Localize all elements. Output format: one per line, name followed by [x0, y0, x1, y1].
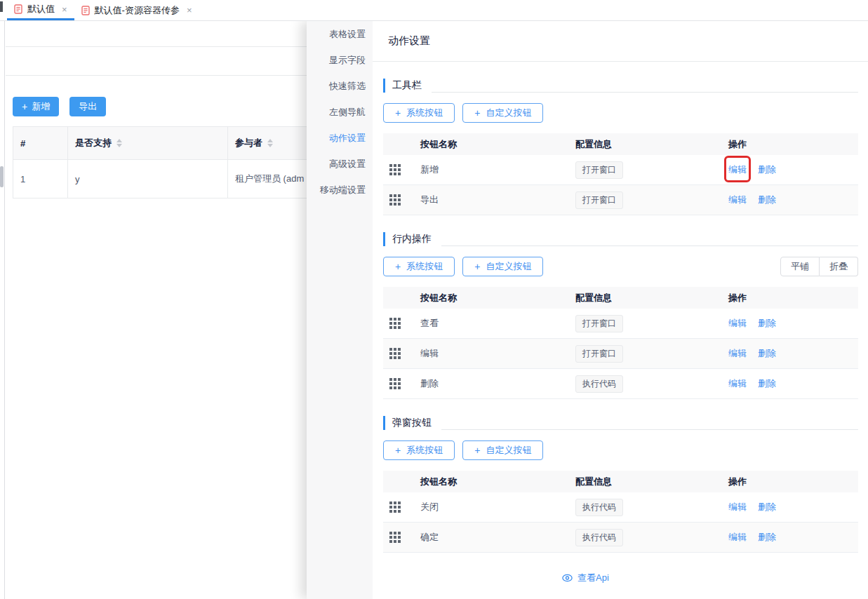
- button-name-cell: 新增: [414, 163, 575, 176]
- tab-default-value[interactable]: 默认值 ×: [7, 0, 74, 20]
- tab-default-value-resource-container[interactable]: 默认值-资源容器传参 ×: [74, 0, 199, 20]
- drawer-nav-item[interactable]: 快速筛选: [307, 73, 373, 99]
- drawer-nav-item[interactable]: 显示字段: [307, 47, 373, 73]
- add-button-自定义按钮[interactable]: +自定义按钮: [462, 103, 543, 123]
- delete-link[interactable]: 删除: [758, 164, 776, 175]
- scrollbar-thumb[interactable]: [0, 166, 4, 187]
- button-name-cell: 导出: [414, 194, 575, 206]
- delete-link[interactable]: 删除: [758, 194, 776, 205]
- sort-carets-icon[interactable]: [116, 139, 122, 147]
- edit-link[interactable]: 编辑: [728, 502, 747, 512]
- drag-handle[interactable]: [383, 348, 414, 359]
- column-header: 操作: [721, 292, 858, 304]
- drawer-main: 动作设置 工具栏+系统按钮+自定义按钮按钮名称配置信息操作新增打开窗口编辑删除导…: [373, 21, 868, 599]
- config-tag: 执行代码: [575, 499, 623, 516]
- section-toolbar: +系统按钮+自定义按钮平铺折叠: [383, 257, 858, 276]
- actions-cell: 编辑删除: [721, 501, 858, 513]
- drawer-nav-item[interactable]: 表格设置: [307, 21, 373, 47]
- config-cell: 执行代码: [575, 375, 721, 393]
- column-header: 按钮名称: [414, 292, 575, 304]
- plus-icon: +: [22, 102, 27, 112]
- drag-dots-icon: [389, 164, 392, 167]
- export-button[interactable]: 导出: [69, 97, 106, 116]
- edit-link[interactable]: 编辑: [728, 378, 747, 389]
- table-cell: y: [68, 160, 228, 198]
- section-divider: [441, 245, 858, 246]
- eye-icon: [562, 574, 573, 582]
- config-cell: 执行代码: [575, 499, 721, 516]
- toggle-button-折叠[interactable]: 折叠: [820, 257, 858, 276]
- drag-handle[interactable]: [383, 502, 414, 513]
- drag-dots-icon: [389, 194, 392, 197]
- buttons-table: 按钮名称配置信息操作新增打开窗口编辑删除导出打开窗口编辑删除: [383, 133, 858, 215]
- plus-icon: +: [474, 445, 480, 455]
- delete-link[interactable]: 删除: [758, 378, 776, 389]
- close-icon[interactable]: ×: [187, 5, 192, 15]
- delete-link[interactable]: 删除: [758, 502, 776, 512]
- add-button-系统按钮[interactable]: +系统按钮: [383, 440, 455, 460]
- drag-handle[interactable]: [383, 378, 414, 389]
- tab-bar: 默认值 × 默认值-资源容器传参 ×: [0, 0, 868, 21]
- add-button-系统按钮[interactable]: +系统按钮: [383, 103, 455, 123]
- section-toolbar: +系统按钮+自定义按钮: [383, 103, 858, 123]
- table-header-row: 按钮名称配置信息操作: [383, 471, 858, 492]
- delete-link[interactable]: 删除: [758, 348, 776, 358]
- edit-link[interactable]: 编辑: [728, 348, 747, 358]
- document-icon: [14, 4, 22, 14]
- button-name-cell: 删除: [414, 377, 575, 390]
- button-label: 系统按钮: [406, 107, 443, 119]
- button-label: 自定义按钮: [486, 444, 531, 457]
- drag-handle[interactable]: [383, 194, 414, 206]
- column-header: 配置信息: [575, 292, 721, 304]
- view-api-label: 查看Api: [577, 572, 609, 584]
- drag-handle[interactable]: [383, 532, 414, 543]
- button-label: 导出: [79, 100, 97, 113]
- document-icon: [81, 6, 90, 15]
- add-button-自定义按钮[interactable]: +自定义按钮: [462, 257, 543, 276]
- section-divider: [441, 429, 858, 430]
- drawer-nav: 表格设置显示字段快速筛选左侧导航动作设置高级设置移动端设置: [307, 21, 373, 599]
- drag-handle[interactable]: [383, 164, 414, 175]
- settings-drawer: 表格设置显示字段快速筛选左侧导航动作设置高级设置移动端设置 动作设置 工具栏+系…: [307, 21, 868, 599]
- config-tag: 执行代码: [575, 529, 623, 546]
- config-tag: 执行代码: [575, 375, 623, 393]
- drag-handle[interactable]: [383, 318, 414, 329]
- config-cell: 打开窗口: [575, 315, 721, 332]
- add-button-自定义按钮[interactable]: +自定义按钮: [462, 440, 543, 460]
- actions-cell: 编辑删除: [721, 377, 858, 390]
- drawer-nav-item[interactable]: 动作设置: [307, 125, 373, 151]
- edit-link[interactable]: 编辑: [728, 318, 747, 328]
- button-name-cell: 查看: [414, 317, 575, 330]
- drawer-nav-item[interactable]: 高级设置: [307, 151, 373, 177]
- table-row: 新增打开窗口编辑删除: [383, 155, 858, 185]
- app-window: 默认值 × 默认值-资源容器传参 × + 新增 导出 #是否支持参与者: [0, 0, 868, 599]
- page-toolbar: + 新增 导出: [13, 97, 116, 116]
- drag-dots-icon: [389, 318, 392, 321]
- delete-link[interactable]: 删除: [758, 318, 776, 328]
- table-header-row: 按钮名称配置信息操作: [383, 287, 858, 309]
- config-cell: 打开窗口: [575, 191, 721, 209]
- config-cell: 执行代码: [575, 529, 721, 546]
- sort-carets-icon[interactable]: [267, 139, 273, 147]
- left-panel-edge: [0, 21, 5, 599]
- edit-link[interactable]: 编辑: [728, 194, 747, 205]
- add-record-button[interactable]: + 新增: [13, 97, 59, 116]
- drag-dots-icon: [389, 378, 392, 381]
- section-accent-bar: [383, 232, 385, 246]
- table-row: 删除执行代码编辑删除: [383, 369, 858, 399]
- delete-link[interactable]: 删除: [758, 532, 776, 542]
- section-header: 行内操作: [383, 231, 858, 248]
- drawer-nav-item[interactable]: 左侧导航: [307, 99, 373, 125]
- add-button-系统按钮[interactable]: +系统按钮: [383, 257, 455, 276]
- section-toolbar: +系统按钮+自定义按钮: [383, 440, 858, 460]
- edit-link[interactable]: 编辑: [728, 164, 747, 175]
- view-api-link[interactable]: 查看Api: [373, 571, 823, 585]
- toggle-button-平铺[interactable]: 平铺: [780, 257, 820, 276]
- edit-link[interactable]: 编辑: [728, 532, 747, 542]
- drawer-nav-item[interactable]: 移动端设置: [307, 177, 373, 203]
- edit-link-wrap: 编辑: [728, 163, 747, 176]
- button-label: 系统按钮: [406, 260, 443, 273]
- config-cell: 打开窗口: [575, 161, 721, 179]
- close-icon[interactable]: ×: [62, 4, 67, 15]
- config-tag: 打开窗口: [575, 315, 623, 332]
